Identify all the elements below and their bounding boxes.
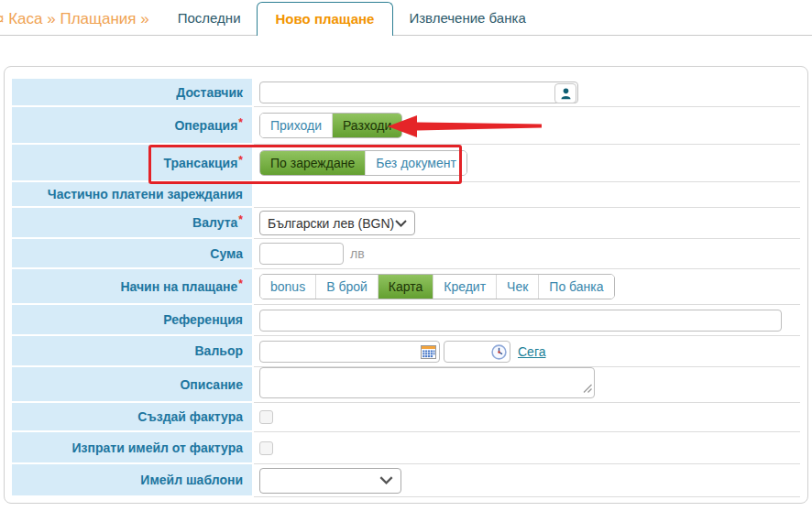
required-marker: *	[238, 116, 243, 129]
row-email-templates: Имейл шаблони	[12, 464, 800, 497]
calendar-picker-button[interactable]	[421, 345, 436, 363]
row-currency: Валута* Български лев (BGN)	[12, 208, 800, 239]
reference-label: Референция	[12, 305, 252, 336]
currency-select[interactable]: Български лев (BGN)	[259, 211, 415, 235]
method-bank-button[interactable]: По банка	[538, 275, 613, 299]
transaction-toggle: По зареждане Без документ	[259, 150, 467, 176]
supplier-label: Доставчик	[12, 79, 252, 107]
method-bonus-button[interactable]: bonus	[260, 275, 315, 299]
send-email-label: Изпрати имейл от фактура	[12, 432, 252, 464]
row-reference: Референция	[12, 305, 800, 336]
row-description: Описание	[12, 367, 800, 403]
breadcrumb[interactable]: ¤ Каса » Плащания »	[0, 10, 149, 28]
row-supplier: Доставчик	[12, 79, 800, 107]
currency-selected-value: Български лев (BGN)	[268, 216, 394, 231]
resize-handle[interactable]	[583, 380, 592, 397]
now-link[interactable]: Сега	[518, 344, 545, 359]
row-payment-method: Начин на плащане* bonus В брой Карта Кре…	[12, 269, 800, 305]
operation-label: Операция*	[12, 107, 252, 145]
chevron-down-icon	[395, 220, 407, 227]
currency-unit-label: лв	[350, 246, 365, 261]
amount-input[interactable]	[259, 243, 344, 265]
tab-bar: Последни Ново плащане Извлечение банка	[162, 0, 542, 35]
operation-toggle: Приходи Разходи	[259, 113, 402, 138]
value-date-input[interactable]	[259, 341, 440, 363]
create-invoice-label: Създай фактура	[12, 403, 252, 432]
transaction-on-load-button[interactable]: По зареждане	[260, 151, 365, 175]
chevron-down-icon	[379, 476, 393, 484]
method-credit-button[interactable]: Кредит	[433, 275, 496, 299]
create-invoice-checkbox[interactable]	[259, 410, 273, 424]
partially-paid-label: Частично платени зареждания	[12, 182, 252, 208]
person-icon	[559, 87, 573, 101]
row-partially-paid: Частично платени зареждания	[12, 182, 800, 208]
reference-input[interactable]	[259, 310, 782, 332]
method-cash-button[interactable]: В брой	[315, 275, 378, 299]
transaction-label: Трансакция*	[12, 145, 252, 182]
description-label: Описание	[12, 367, 252, 403]
top-navigation: ¤ Каса » Плащания » Последни Ново плащан…	[0, 0, 812, 36]
tab-bank-statement[interactable]: Извлечение банка	[393, 2, 541, 35]
value-date-label: Вальор	[12, 336, 252, 367]
breadcrumb-prefix: ¤	[0, 10, 4, 27]
row-amount: Сума лв	[12, 239, 800, 269]
row-transaction: Трансакция* По зареждане Без документ	[12, 145, 800, 182]
required-marker: *	[238, 277, 243, 290]
row-value-date: Вальор	[12, 336, 800, 367]
payment-method-toggle: bonus В брой Карта Кредит Чек По банка	[259, 274, 615, 299]
row-send-email: Изпрати имейл от фактура	[12, 432, 800, 464]
breadcrumb-text: Каса » Плащания »	[8, 10, 149, 27]
operation-income-button[interactable]: Приходи	[260, 114, 332, 137]
select-contact-button[interactable]	[554, 83, 576, 103]
transaction-no-document-button[interactable]: Без документ	[365, 151, 466, 175]
tab-new-payment[interactable]: Ново плащане	[257, 2, 394, 36]
row-create-invoice: Създай фактура	[12, 403, 800, 432]
clock-icon	[491, 344, 507, 360]
supplier-input[interactable]	[259, 82, 578, 103]
operation-expense-button[interactable]: Разходи	[332, 114, 401, 137]
amount-label: Сума	[12, 239, 252, 269]
calendar-icon	[421, 345, 436, 359]
currency-label: Валута*	[12, 208, 252, 239]
method-cheque-button[interactable]: Чек	[496, 275, 538, 299]
required-marker: *	[238, 213, 243, 226]
row-operation: Операция* Приходи Разходи	[12, 107, 800, 145]
payment-form: Доставчик Операция* Приходи Разходи	[4, 66, 808, 504]
send-email-checkbox[interactable]	[259, 441, 273, 455]
partially-paid-value	[254, 182, 800, 208]
method-card-button[interactable]: Карта	[378, 275, 433, 299]
email-templates-select[interactable]	[259, 468, 401, 494]
email-templates-label: Имейл шаблони	[12, 464, 252, 497]
time-picker-button[interactable]	[491, 344, 507, 364]
payment-method-label: Начин на плащане*	[12, 269, 252, 305]
required-marker: *	[238, 154, 243, 167]
tab-recent[interactable]: Последни	[162, 2, 257, 35]
description-textarea[interactable]	[259, 367, 595, 398]
